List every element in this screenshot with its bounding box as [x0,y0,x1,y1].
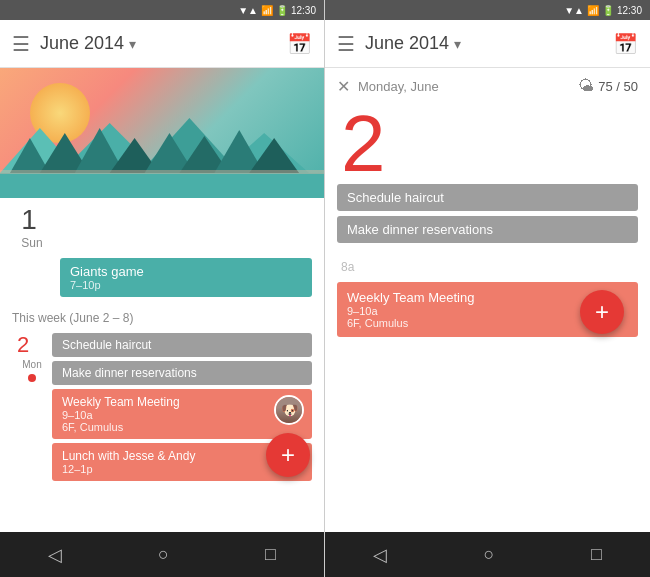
hero-image [0,68,324,198]
team-meeting-event-r[interactable]: Weekly Team Meeting 9–10a 6F, Cumulus + [337,282,638,337]
event-title: Make dinner reservations [62,366,302,380]
wifi-icon: 📶 [261,5,273,16]
month-title-left: June 2014 ▾ [40,33,277,54]
weather-info: 🌤 75 / 50 [578,77,638,95]
menu-icon-right[interactable]: ☰ [337,32,355,56]
bottom-nav-right: ◁ ○ □ [325,532,650,577]
home-button-left[interactable]: ○ [158,544,169,565]
schedule-haircut-event[interactable]: Schedule haircut [52,333,312,357]
giants-game-event[interactable]: Giants game 7–10p [60,258,312,297]
close-icon[interactable]: ✕ [337,77,350,96]
day2-number: 2 [17,333,47,357]
event-title: Schedule haircut [347,190,628,205]
status-bar-right: ▼▲ 📶 🔋 12:30 [325,0,650,20]
spacer [325,337,650,532]
team-meeting-title: Weekly Team Meeting [62,395,302,409]
toolbar-right: ☰ June 2014 ▾ 📅 [325,20,650,68]
back-button-right[interactable]: ◁ [373,544,387,566]
event-time: 7–10p [70,279,302,291]
right-panel: ▼▲ 📶 🔋 12:30 ☰ June 2014 ▾ 📅 ✕ Monday, J… [325,0,650,577]
team-meeting-time: 9–10a [62,409,302,421]
signal-icon-r: ▼▲ [564,5,584,16]
calendar-icon-left[interactable]: 📅 [287,32,312,56]
dinner-reservations-event-r[interactable]: Make dinner reservations [337,216,638,243]
battery-icon: 🔋 [276,5,288,16]
dropdown-icon-right[interactable]: ▾ [454,36,461,52]
day1-name: Sun [21,236,42,250]
recents-button-right[interactable]: □ [591,544,602,565]
left-panel: ▼▲ 📶 🔋 12:30 ☰ June 2014 ▾ 📅 [0,0,325,577]
day2-name: Mon [22,359,41,370]
dropdown-icon-left[interactable]: ▾ [129,36,136,52]
dinner-reservations-event[interactable]: Make dinner reservations [52,361,312,385]
home-button-right[interactable]: ○ [484,544,495,565]
time-display-r: 12:30 [617,5,642,16]
signal-icon: ▼▲ [238,5,258,16]
weather-temp: 75 / 50 [598,79,638,94]
fab-button[interactable]: + [266,433,310,477]
fab-button-right[interactable]: + [580,290,624,334]
status-bar-left: ▼▲ 📶 🔋 12:30 [0,0,324,20]
wifi-icon-r: 📶 [587,5,599,16]
panel1-body: 1 Sun Giants game 7–10p This week (June … [0,198,324,532]
calendar-icon-right[interactable]: 📅 [613,32,638,56]
recents-button-left[interactable]: □ [265,544,276,565]
svg-rect-13 [0,170,324,174]
back-button-left[interactable]: ◁ [48,544,62,566]
avatar: 🐶 [274,395,304,425]
bottom-nav-left: ◁ ○ □ [0,532,324,577]
menu-icon[interactable]: ☰ [12,32,30,56]
time-label-8a: 8a [325,248,650,282]
toolbar-left: ☰ June 2014 ▾ 📅 [0,20,324,68]
month-title-right: June 2014 ▾ [365,33,603,54]
svg-rect-0 [0,173,324,198]
event-title: Schedule haircut [62,338,302,352]
day1-number: 1 [21,206,37,234]
team-meeting-event[interactable]: Weekly Team Meeting 9–10a 6F, Cumulus 🐶 [52,389,312,439]
day-detail-date: Monday, June [358,79,439,94]
week-header: This week (June 2 – 8) [0,301,324,329]
battery-icon-r: 🔋 [602,5,614,16]
lunch-time: 12–1p [62,463,302,475]
panel2-events-list: Schedule haircut Make dinner reservation… [325,184,650,248]
team-meeting-loc: 6F, Cumulus [62,421,302,433]
day1-header: 1 Sun [0,198,324,258]
event-title: Make dinner reservations [347,222,628,237]
mountains-svg [0,108,324,198]
day-big-number: 2 [325,104,650,184]
event-title: Giants game [70,264,302,279]
red-dot-indicator [28,374,36,382]
time-display: 12:30 [291,5,316,16]
weather-sun-icon: 🌤 [578,77,594,95]
avatar-face: 🐶 [276,397,302,423]
schedule-haircut-event-r[interactable]: Schedule haircut [337,184,638,211]
